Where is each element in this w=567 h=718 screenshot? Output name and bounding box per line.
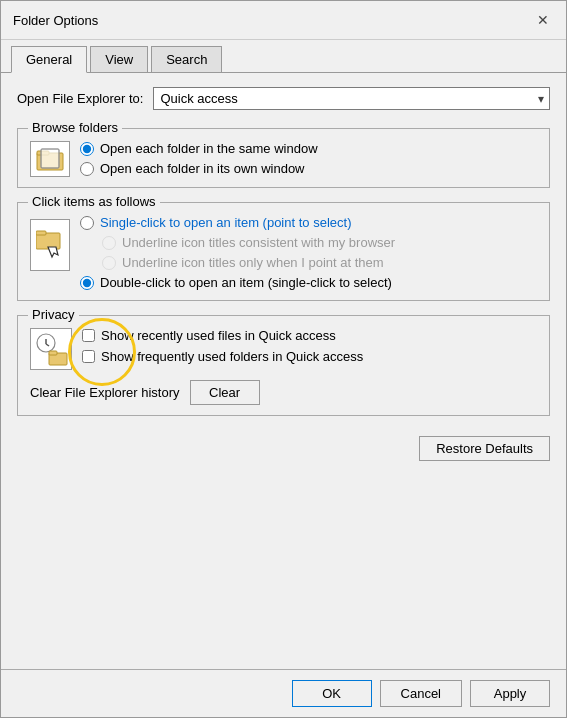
- radio-underline-point: Underline icon titles only when I point …: [102, 255, 537, 270]
- radio-same-window-label: Open each folder in the same window: [100, 141, 318, 156]
- click-items-group: Click items as follows Single-click to o…: [17, 202, 550, 301]
- radio-single-click-label: Single-click to open an item (point to s…: [100, 215, 351, 230]
- radio-own-window-label: Open each folder in its own window: [100, 161, 305, 176]
- open-explorer-select-wrapper[interactable]: Quick access This PC: [153, 87, 550, 110]
- restore-defaults-button[interactable]: Restore Defaults: [419, 436, 550, 461]
- open-explorer-row: Open File Explorer to: Quick access This…: [17, 87, 550, 110]
- browse-folders-content: Open each folder in the same window Open…: [30, 141, 537, 177]
- clear-button[interactable]: Clear: [190, 380, 260, 405]
- checkbox-frequently-used-input[interactable]: [82, 350, 95, 363]
- radio-single-click: Single-click to open an item (point to s…: [80, 215, 537, 230]
- privacy-content: Show recently used files in Quick access…: [30, 328, 537, 370]
- radio-double-click-label: Double-click to open an item (single-cli…: [100, 275, 392, 290]
- tab-general[interactable]: General: [11, 46, 87, 73]
- privacy-group: Privacy: [17, 315, 550, 416]
- privacy-icon: [30, 328, 72, 370]
- radio-underline-point-input[interactable]: [102, 256, 116, 270]
- radio-single-click-input[interactable]: [80, 216, 94, 230]
- radio-underline-browser: Underline icon titles consistent with my…: [102, 235, 537, 250]
- clear-history-row: Clear File Explorer history Clear: [30, 380, 537, 405]
- click-items-label: Click items as follows: [28, 194, 160, 209]
- checkbox-frequently-used: Show frequently used folders in Quick ac…: [82, 349, 363, 364]
- radio-underline-browser-label: Underline icon titles consistent with my…: [122, 235, 395, 250]
- radio-own-window-input[interactable]: [80, 162, 94, 176]
- svg-rect-2: [41, 149, 59, 168]
- apply-button[interactable]: Apply: [470, 680, 550, 707]
- dialog-title: Folder Options: [13, 13, 98, 28]
- open-explorer-select[interactable]: Quick access This PC: [153, 87, 550, 110]
- radio-underline-point-label: Underline icon titles only when I point …: [122, 255, 384, 270]
- svg-marker-6: [48, 247, 58, 257]
- radio-same-window: Open each folder in the same window: [80, 141, 318, 156]
- radio-underline-browser-input[interactable]: [102, 236, 116, 250]
- open-explorer-label: Open File Explorer to:: [17, 91, 143, 106]
- browse-folders-radio-group: Open each folder in the same window Open…: [80, 141, 318, 176]
- tab-bar: General View Search: [1, 40, 566, 73]
- radio-same-window-input[interactable]: [80, 142, 94, 156]
- privacy-label: Privacy: [28, 307, 79, 322]
- click-items-icon: [30, 219, 70, 271]
- title-bar: Folder Options ✕: [1, 1, 566, 40]
- checkbox-frequently-used-label: Show frequently used folders in Quick ac…: [101, 349, 363, 364]
- ok-button[interactable]: OK: [292, 680, 372, 707]
- radio-double-click: Double-click to open an item (single-cli…: [80, 275, 537, 290]
- restore-row: Restore Defaults: [17, 436, 550, 461]
- svg-rect-11: [49, 351, 57, 355]
- checkbox-recently-used: Show recently used files in Quick access: [82, 328, 363, 343]
- clear-history-label: Clear File Explorer history: [30, 385, 180, 400]
- privacy-checkboxes-wrapper: Show recently used files in Quick access…: [82, 328, 363, 364]
- footer: OK Cancel Apply: [1, 669, 566, 717]
- cancel-button[interactable]: Cancel: [380, 680, 462, 707]
- radio-own-window: Open each folder in its own window: [80, 161, 318, 176]
- click-items-content: Single-click to open an item (point to s…: [30, 215, 537, 290]
- privacy-checkboxes: Show recently used files in Quick access…: [82, 328, 363, 364]
- checkbox-recently-used-label: Show recently used files in Quick access: [101, 328, 336, 343]
- content-area: Open File Explorer to: Quick access This…: [1, 73, 566, 669]
- checkbox-recently-used-input[interactable]: [82, 329, 95, 342]
- folder-options-dialog: Folder Options ✕ General View Search Ope…: [0, 0, 567, 718]
- tab-search[interactable]: Search: [151, 46, 222, 72]
- tab-view[interactable]: View: [90, 46, 148, 72]
- svg-rect-5: [36, 231, 46, 235]
- click-items-radio-group: Single-click to open an item (point to s…: [80, 215, 537, 290]
- close-button[interactable]: ✕: [532, 9, 554, 31]
- browse-folders-icon: [30, 141, 70, 177]
- radio-double-click-input[interactable]: [80, 276, 94, 290]
- browse-folders-label: Browse folders: [28, 120, 122, 135]
- browse-folders-group: Browse folders Open each folder in the s…: [17, 128, 550, 188]
